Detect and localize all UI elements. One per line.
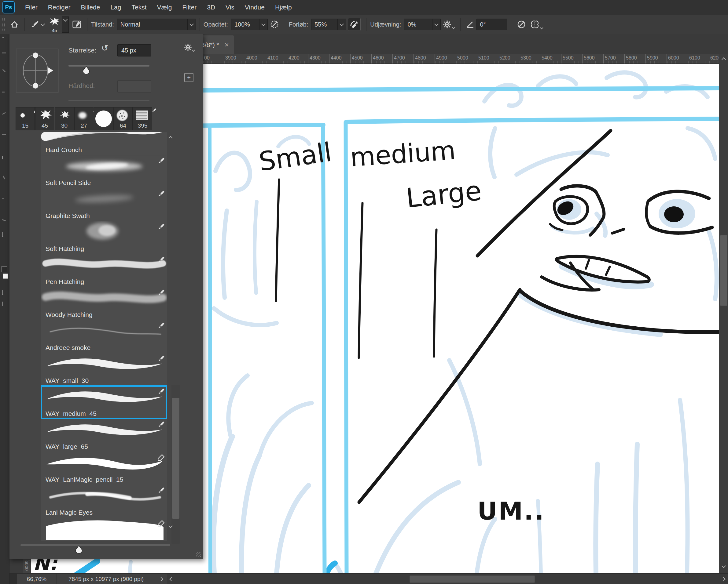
brush-tip-size: 30 <box>55 122 74 129</box>
vertical-scrollbar-thumb[interactable] <box>720 235 727 306</box>
partial-tool-icon <box>2 91 5 92</box>
brush-list-item[interactable] <box>41 518 167 541</box>
foreground-color-swatch[interactable] <box>2 266 7 272</box>
recent-brush-tile[interactable]: 27 <box>74 107 94 130</box>
brush-list-item-selected[interactable]: WAY_medium_45 <box>41 386 167 419</box>
recent-brush-tile[interactable]: 395 <box>133 107 152 130</box>
brush-list-item[interactable]: Graphite Swath <box>41 188 167 221</box>
preview-size-slider-thumb[interactable] <box>75 545 83 554</box>
brush-list-item[interactable]: Soft Pencil Side <box>41 156 167 188</box>
brush-tip-size: 64 <box>114 122 132 129</box>
hardness-slider <box>69 100 150 101</box>
toggle-brush-panel-button[interactable] <box>72 20 82 29</box>
smoothing-options-button[interactable] <box>443 20 455 29</box>
panel-resize-grip[interactable] <box>196 552 201 557</box>
pressure-opacity-button[interactable] <box>269 20 279 29</box>
recent-brush-tile[interactable]: 30 <box>55 107 74 130</box>
gear-icon <box>443 20 452 29</box>
reset-size-icon[interactable]: ↺ <box>101 43 108 53</box>
options-bar-grip[interactable] <box>2 18 5 30</box>
brush-tool-button[interactable] <box>30 20 44 29</box>
preview-size-slider[interactable] <box>21 544 170 546</box>
menu-item-lag[interactable]: Lag <box>110 4 121 11</box>
brush-angle-field[interactable]: 0° <box>476 19 507 30</box>
opacity-label: Opacitet: <box>204 21 228 28</box>
menu-bar: Ps FilerRedigerBilledeLagTekstVælgFilter… <box>0 0 728 15</box>
scroll-right-icon[interactable] <box>721 577 726 581</box>
chevron-down-icon <box>540 26 543 29</box>
menu-item-hjælp[interactable]: Hjælp <box>275 4 292 11</box>
flow-dropdown[interactable]: 55% <box>311 19 346 30</box>
brush-list-item[interactable]: Hard Cronch <box>41 132 167 155</box>
brush-angle-icon <box>466 20 475 29</box>
brush-list: Hard CronchSoft Pencil SideGraphite Swat… <box>41 132 167 541</box>
smoothing-dropdown[interactable]: 0% <box>404 19 441 30</box>
brush-list-item[interactable]: Woody Hatching <box>41 287 167 320</box>
preset-picker-arrow[interactable] <box>62 17 69 33</box>
brush-stroke-preview <box>41 419 167 441</box>
brush-angle-widget[interactable] <box>16 49 59 93</box>
collapse-panels-icon[interactable]: » <box>2 35 4 39</box>
brush-name: Lani Magic Eyes <box>46 509 93 516</box>
brush-tip-size: 27 <box>75 122 93 129</box>
opacity-dropdown[interactable]: 100% <box>231 19 268 30</box>
status-expand-icon[interactable] <box>159 577 163 581</box>
symmetry-button[interactable] <box>530 20 543 29</box>
gear-icon <box>184 43 192 52</box>
brush-list-item[interactable]: Lani Magic Eyes <box>41 485 167 518</box>
horizontal-scrollbar[interactable] <box>167 574 728 584</box>
brush-list-scrollbar[interactable] <box>172 385 180 544</box>
size-field[interactable]: 45 px <box>118 44 151 56</box>
tools-strip[interactable]: » I [ [ [ <box>0 34 9 584</box>
brush-stroke-preview <box>41 132 167 144</box>
scroll-down-icon[interactable] <box>722 564 726 568</box>
menu-item-rediger[interactable]: Rediger <box>48 4 71 11</box>
menu-item-3d[interactable]: 3D <box>207 4 215 11</box>
flow-value: 55% <box>311 21 337 28</box>
new-brush-button[interactable]: + <box>184 73 193 82</box>
brush-preset-picker[interactable]: 45 <box>47 17 69 33</box>
menu-item-vælg[interactable]: Vælg <box>157 4 172 11</box>
brush-list-item[interactable]: Soft Hatching <box>41 221 167 254</box>
size-slider-thumb[interactable] <box>82 66 90 75</box>
menu-item-filter[interactable]: Filter <box>182 4 197 11</box>
brush-stroke-preview <box>41 485 167 507</box>
recent-brush-tile[interactable] <box>94 107 113 130</box>
brush-list-item[interactable]: WAY_large_65 <box>41 419 167 452</box>
chevron-down-icon <box>41 22 45 26</box>
background-color-swatch[interactable] <box>3 274 8 279</box>
menu-item-tekst[interactable]: Tekst <box>131 4 147 11</box>
menu-item-billede[interactable]: Billede <box>81 4 100 11</box>
photoshop-logo[interactable]: Ps <box>2 1 15 13</box>
ruler-label: 00 <box>204 55 210 61</box>
document-info[interactable]: 7845 px x 10977 px (900 ppi) <box>57 576 155 582</box>
brush-list-item[interactable]: WAY_LaniMagic_pencil_15 <box>41 452 167 485</box>
recent-brush-tile[interactable]: 64 <box>113 107 133 130</box>
pressure-size-button[interactable] <box>517 20 526 29</box>
home-button[interactable] <box>10 20 19 29</box>
ruler-label: 4200 <box>288 55 300 61</box>
chevron-down-icon <box>189 22 194 26</box>
list-scroll-up-icon[interactable] <box>168 136 173 140</box>
brush-list-item[interactable]: WAY_small_30 <box>41 353 167 386</box>
brush-list-item[interactable]: Pen Hatching <box>41 254 167 287</box>
panel-settings-button[interactable] <box>184 43 195 52</box>
brush-list-item[interactable]: Andreee smoke <box>41 320 167 353</box>
menu-item-vis[interactable]: Vis <box>226 4 234 11</box>
vertical-scrollbar[interactable] <box>719 54 728 573</box>
partial-tool-icon <box>2 198 4 199</box>
scroll-left-icon[interactable] <box>169 577 174 581</box>
blend-mode-dropdown[interactable]: Normal <box>117 19 196 30</box>
size-slider[interactable] <box>69 65 150 66</box>
scroll-up-icon[interactable] <box>722 57 726 62</box>
menu-item-vindue[interactable]: Vindue <box>245 4 265 11</box>
smoothing-label: Udjævning: <box>370 21 401 28</box>
recent-brush-tile[interactable]: 45 <box>35 107 54 130</box>
menu-item-filer[interactable]: Filer <box>25 4 37 11</box>
zoom-level[interactable]: 66,76% <box>17 576 56 582</box>
airbrush-button[interactable] <box>348 18 361 31</box>
brush-list-scrollbar-thumb[interactable] <box>172 398 179 519</box>
horizontal-scrollbar-thumb[interactable] <box>410 576 535 583</box>
close-icon[interactable]: × <box>225 40 229 49</box>
recent-brush-tile[interactable]: 15 <box>16 107 35 130</box>
